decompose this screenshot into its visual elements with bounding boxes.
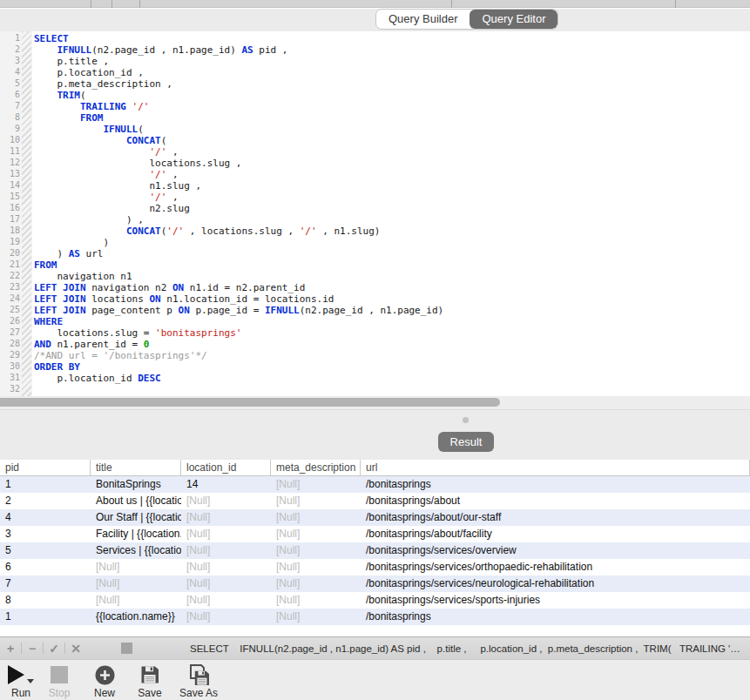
result-button[interactable]: Result — [438, 432, 494, 452]
column-header-title[interactable]: title — [91, 460, 181, 475]
table-cell[interactable]: 5 — [0, 542, 91, 559]
table-cell[interactable]: [Null] — [181, 542, 271, 559]
code-line: p.location_id DESC — [34, 373, 750, 384]
sql-editor[interactable]: 1234567891011121314151617181920212223242… — [0, 31, 750, 396]
table-row[interactable]: 1BonitaSprings14[Null]/bonitasprings — [0, 476, 750, 493]
line-number: 18 — [0, 225, 32, 237]
column-header-pid[interactable]: pid — [0, 460, 91, 475]
code-line: /*AND url = '/bonitasprings'*/ — [34, 350, 750, 361]
code-line: IFNULL( — [34, 124, 750, 135]
table-cell[interactable]: [Null] — [271, 542, 361, 559]
line-number: 27 — [0, 327, 32, 339]
table-cell[interactable]: [Null] — [181, 609, 271, 625]
table-cell[interactable]: [Null] — [181, 526, 271, 542]
table-cell[interactable]: BonitaSprings — [91, 476, 181, 493]
table-cell[interactable]: 6 — [0, 559, 91, 575]
table-cell[interactable]: /bonitasprings/about/our-staff — [361, 509, 750, 526]
line-number: 32 — [0, 384, 32, 395]
remove-row-icon[interactable]: − — [22, 642, 43, 656]
table-cell[interactable]: /bonitasprings/services/orthopaedic-reha… — [361, 559, 750, 575]
result-table-body: 1BonitaSprings14[Null]/bonitasprings2Abo… — [0, 476, 750, 625]
table-cell[interactable]: [Null] — [271, 609, 361, 625]
table-cell[interactable]: [Null] — [91, 559, 181, 575]
apply-check-icon[interactable]: ✓ — [44, 642, 64, 656]
new-button[interactable]: New — [88, 663, 121, 699]
add-row-icon[interactable]: + — [0, 642, 21, 656]
column-header-meta_description[interactable]: meta_description — [271, 460, 361, 475]
table-cell[interactable]: [Null] — [91, 592, 181, 609]
table-row[interactable]: 7[Null][Null][Null]/bonitasprings/servic… — [0, 575, 750, 592]
column-header-location_id[interactable]: location_id — [181, 460, 271, 475]
table-cell[interactable]: 2 — [0, 493, 91, 509]
table-cell[interactable]: 1 — [0, 476, 91, 493]
result-divider-band: Result — [0, 409, 750, 460]
table-cell[interactable]: {{location.name}} — [91, 609, 181, 625]
table-cell[interactable]: [Null] — [271, 526, 361, 542]
table-cell[interactable]: /bonitasprings/services/neurological-reh… — [361, 575, 750, 592]
run-button[interactable]: Run — [2, 663, 40, 699]
table-cell[interactable]: Our Staff | {{location — [91, 509, 181, 526]
tab-query-builder[interactable]: Query Builder — [376, 10, 470, 29]
table-cell[interactable]: 3 — [0, 526, 91, 542]
table-cell[interactable]: [Null] — [91, 575, 181, 592]
tab-query-editor[interactable]: Query Editor — [470, 10, 557, 29]
table-cell[interactable]: [Null] — [181, 493, 271, 509]
line-number: 9 — [0, 124, 32, 135]
table-row[interactable]: 8[Null][Null][Null]/bonitasprings/servic… — [0, 592, 750, 609]
table-cell[interactable]: About us | {{location — [91, 493, 181, 509]
code-line: SELECT — [34, 33, 750, 44]
table-cell[interactable]: [Null] — [181, 559, 271, 575]
line-number: 26 — [0, 316, 32, 327]
table-cell[interactable]: /bonitasprings/services/sports-injuries — [361, 592, 750, 609]
horizontal-scrollbar[interactable] — [0, 396, 750, 409]
table-row[interactable]: 5Services | {{location[Null][Null]/bonit… — [0, 542, 750, 559]
table-row[interactable]: 2About us | {{location[Null][Null]/bonit… — [0, 493, 750, 509]
code-line: n2.slug — [34, 203, 750, 214]
table-cell[interactable]: [Null] — [181, 575, 271, 592]
code-lines[interactable]: SELECT IFNULL(n2.page_id , n1.page_id) A… — [32, 31, 750, 396]
table-cell[interactable]: /bonitasprings/about/facility — [361, 526, 750, 542]
code-line: ORDER BY — [34, 361, 750, 373]
table-cell[interactable]: 8 — [0, 592, 91, 609]
run-dropdown-caret-icon[interactable] — [27, 679, 34, 683]
code-line: FROM — [34, 112, 750, 124]
cancel-cross-icon[interactable]: ✕ — [65, 642, 86, 656]
run-play-icon — [8, 665, 24, 684]
splitter-handle[interactable] — [463, 417, 469, 423]
table-cell[interactable]: [Null] — [271, 476, 361, 493]
table-cell[interactable]: [Null] — [271, 592, 361, 609]
table-cell[interactable]: [Null] — [181, 592, 271, 609]
table-cell[interactable]: 1 — [0, 609, 91, 625]
table-cell[interactable]: [Null] — [271, 575, 361, 592]
column-header-url[interactable]: url — [361, 460, 750, 475]
table-cell[interactable]: 4 — [0, 509, 91, 526]
save-floppy-icon — [140, 665, 159, 684]
grid-view-icon[interactable] — [121, 643, 132, 654]
line-number: 14 — [0, 180, 32, 192]
table-cell[interactable]: /bonitasprings/services/overview — [361, 542, 750, 559]
line-number: 11 — [0, 146, 32, 158]
table-cell[interactable]: Facility | {{location.n — [91, 526, 181, 542]
table-cell[interactable]: /bonitasprings — [361, 476, 750, 493]
table-row[interactable]: 6[Null][Null][Null]/bonitasprings/servic… — [0, 559, 750, 575]
stop-button[interactable]: Stop — [43, 663, 76, 699]
table-cell[interactable]: [Null] — [271, 493, 361, 509]
save-as-button[interactable]: Save As — [177, 663, 220, 699]
table-cell[interactable]: [Null] — [271, 509, 361, 526]
table-cell[interactable]: [Null] — [181, 509, 271, 526]
table-row[interactable]: 3Facility | {{location.n[Null][Null]/bon… — [0, 526, 750, 542]
table-cell[interactable]: [Null] — [271, 559, 361, 575]
table-cell[interactable]: 7 — [0, 575, 91, 592]
table-row[interactable]: 1{{location.name}}[Null][Null]/bonitaspr… — [0, 609, 750, 625]
save-button[interactable]: Save — [132, 663, 167, 699]
table-cell[interactable]: /bonitasprings — [361, 609, 750, 625]
table-row[interactable]: 4Our Staff | {{location[Null][Null]/boni… — [0, 509, 750, 526]
line-number: 24 — [0, 293, 32, 305]
top-strip-divider — [91, 0, 91, 8]
code-line: ) — [34, 237, 750, 248]
horizontal-scrollbar-thumb[interactable] — [0, 398, 500, 407]
table-cell[interactable]: 14 — [181, 476, 271, 493]
line-number: 16 — [0, 203, 32, 214]
table-cell[interactable]: /bonitasprings/about — [361, 493, 750, 509]
table-cell[interactable]: Services | {{location — [91, 542, 181, 559]
